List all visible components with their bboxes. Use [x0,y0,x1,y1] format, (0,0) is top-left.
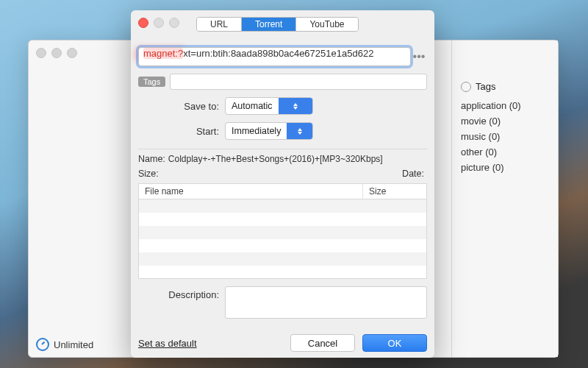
add-download-dialog: URL Torrent YouTube magnet:?xt=urn:btih:… [131,10,434,358]
url-scheme-highlight: magnet:? [143,48,183,59]
source-tabs: URL Torrent YouTube [196,17,359,32]
more-icon[interactable]: ••• [411,49,427,65]
save-to-select[interactable]: Automatic [225,97,313,115]
tags-header-label: Tags [476,81,495,92]
table-row [139,199,426,213]
tags-input[interactable] [170,74,427,90]
traffic-light-dot [51,48,62,58]
size-label: Size: [138,169,159,179]
tag-item[interactable]: other (0) [461,144,551,160]
minimize-window-icon [154,18,164,28]
description-label: Description: [138,286,225,319]
status-bar: Unlimited [36,338,93,351]
cancel-button[interactable]: Cancel [290,334,355,352]
table-body [139,199,426,278]
radio-icon[interactable] [461,82,471,92]
start-label: Start: [138,126,225,137]
start-value: Immediately [226,126,287,136]
chevron-up-down-icon[interactable] [279,98,312,114]
tags-chip[interactable]: Tags [138,77,165,87]
date-label: Date: [402,169,424,179]
tag-item[interactable]: application (0) [461,98,551,113]
table-row [139,213,426,226]
save-to-label: Save to: [138,101,225,112]
zoom-window-icon [169,18,179,28]
table-header: File name Size [139,184,426,199]
traffic-light-dot [67,48,77,58]
tags-sidebar: Tags application (0) movie (0) music (0)… [451,40,558,357]
status-text: Unlimited [54,339,93,350]
col-file-name[interactable]: File name [139,184,363,199]
tags-header-row[interactable]: Tags [461,81,551,92]
close-window-icon[interactable] [138,18,148,28]
table-row [139,252,426,266]
files-table: File name Size [138,183,427,279]
gauge-icon [36,338,49,351]
divider [138,149,427,149]
tag-item[interactable]: movie (0) [461,113,551,129]
window-controls-inactive [36,48,77,58]
ok-button[interactable]: OK [362,334,427,352]
tag-item[interactable]: picture (0) [461,160,551,175]
name-value: Coldplay+-+The+Best+Songs+(2016)+[MP3~32… [168,154,383,164]
save-to-value: Automatic [226,101,279,111]
traffic-light-dot [36,48,46,58]
table-row [139,239,426,252]
url-rest: xt=urn:btih:8aada898b0ac4e67251e1a5d622 [183,48,373,59]
tab-url[interactable]: URL [197,18,241,31]
description-input[interactable] [225,286,427,319]
table-row [139,266,426,278]
tab-torrent[interactable]: Torrent [241,18,295,31]
tag-item[interactable]: music (0) [461,129,551,144]
magnet-url-input[interactable]: magnet:?xt=urn:btih:8aada898b0ac4e67251e… [138,47,411,66]
start-select[interactable]: Immediately [225,122,313,140]
col-size[interactable]: Size [363,184,426,199]
table-row [139,226,426,239]
set-as-default-link[interactable]: Set as default [138,338,197,349]
window-controls [138,18,179,28]
tab-youtube[interactable]: YouTube [295,18,357,31]
name-label: Name: [138,154,165,164]
chevron-up-down-icon[interactable] [287,123,312,139]
